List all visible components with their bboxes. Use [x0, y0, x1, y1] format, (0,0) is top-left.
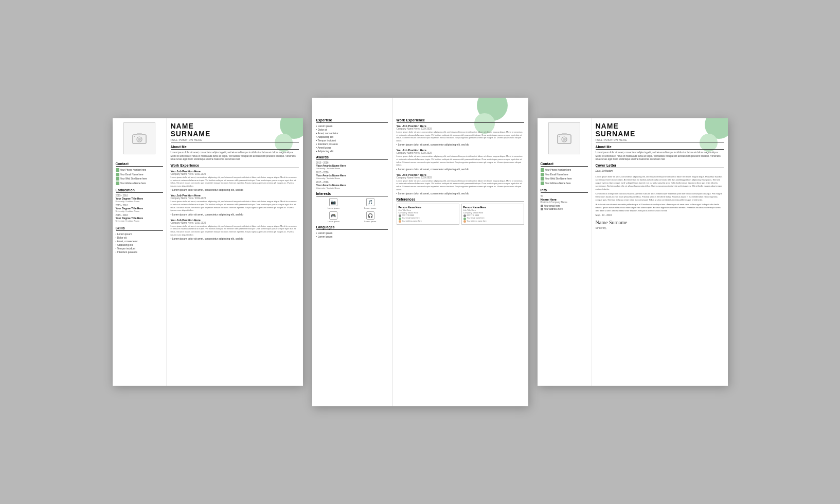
- expertise-title: Expertise: [316, 118, 388, 123]
- info-email: Your email here: [544, 205, 560, 207]
- first-name: NAME: [171, 122, 299, 130]
- right-name-block: NAME SURNAME FULL POSITION HERE: [596, 122, 724, 142]
- awards-title: Awards: [316, 155, 388, 160]
- signature: Name Surname: [596, 220, 724, 225]
- skill-item: Dolor sit: [116, 236, 163, 239]
- interests-section: Interests 📷Lorem ipsum🎵Lorem ipsum🎮Lorem…: [316, 192, 388, 223]
- languages-section: Languages Lorem ipsumLorem ipsum: [316, 225, 388, 238]
- skills-section: Skills Lorem ipsumDolor sitAmet, consect…: [116, 226, 163, 254]
- work-title: Work Experience: [171, 164, 299, 168]
- mid-work-item: You Job Position HereCompany Name Here /…: [397, 149, 524, 170]
- cover-text1: Lorem ipsum dolor sit amet, consectetur …: [596, 175, 724, 191]
- work-section: Work Experience You Job Position HereCom…: [171, 164, 299, 240]
- about-section: About Me Lorem ipsum dolor sit amet, con…: [171, 145, 299, 161]
- right-main: NAME SURNAME FULL POSITION HERE About Me…: [592, 118, 728, 386]
- skill-item: Tempor incidunt: [116, 247, 163, 250]
- work-item: You Job Position HereCompany Name Here /…: [171, 194, 299, 215]
- contact-item: Your Web Site Name here: [116, 177, 163, 181]
- about-text: Lorem ipsum dolor sit amet, consectetur …: [171, 151, 299, 161]
- education-section: Eoducation 2015 - 2016Your Degree Title …: [116, 188, 163, 224]
- addr-icon: [541, 208, 543, 210]
- work-item: You Job Position HereCompany Name Here /…: [171, 170, 299, 191]
- expertise-item: Amet luctus: [316, 146, 388, 149]
- expertise-item: Dolor sit: [316, 128, 388, 131]
- name-block: NAME SURNAME FULL POSITION HERE: [171, 122, 299, 142]
- work-item: You Job Position HereCompany Name Here /…: [171, 219, 299, 240]
- awards-section: Awards 2015 - 2016Your Awards Name HereU…: [316, 155, 388, 189]
- page-left: Contact Your Phone Number hereYour Email…: [113, 118, 303, 386]
- canvas: Contact Your Phone Number hereYour Email…: [0, 0, 840, 504]
- cover-text3: At tellus at uma dementum mattis pellent…: [596, 203, 724, 212]
- contact-icon: [116, 182, 119, 185]
- interest-item: 🎵Lorem ipsum: [353, 198, 388, 209]
- info-addr: Your address here: [544, 208, 563, 210]
- award-item: 2015 - 2016Your Awards Name HereUniversi…: [316, 171, 388, 179]
- right-contact-icon: [541, 182, 544, 185]
- contact-section: Contact Your Phone Number hereYour Email…: [116, 162, 163, 186]
- expertise-item: Lorem ipsum: [316, 124, 388, 128]
- position: FULL POSITION HERE: [171, 138, 299, 142]
- right-contact-title: Contact: [541, 162, 588, 167]
- svg-point-2: [138, 138, 141, 141]
- mid-right-col: Work Experience You Job Position HereCom…: [392, 98, 528, 406]
- language-item: Lorem ipsum: [316, 231, 388, 235]
- award-item: 2015 - 2016Your Awards Name HereUniversi…: [316, 161, 388, 170]
- contact-item: Your Address Name here: [116, 182, 163, 185]
- skill-item: Amet, consectetur: [116, 240, 163, 243]
- right-contact-item: Your Web Site Name here: [541, 177, 588, 181]
- expertise-item: Adipiscing elit: [316, 150, 388, 153]
- references-section: References Person Name HereJob Title Her…: [397, 197, 524, 225]
- right-contact-item: Your Email Name here: [541, 173, 588, 176]
- cover-letter-section: Cover Letter Dear, Sir/Madam Lorem ipsum…: [596, 164, 724, 229]
- language-item: Lorem ipsum: [316, 235, 388, 238]
- surname: SURNAME: [171, 130, 299, 138]
- expertise-item: Adipiscing elit: [316, 135, 388, 138]
- expertise-item: Interdum posuere: [316, 142, 388, 146]
- ref-card: Person Name HereJob Title HereCompany Na…: [397, 204, 459, 225]
- info-section: Info To Name Here Position / Company Nam…: [541, 188, 588, 212]
- contact-item: Your Phone Number here: [116, 168, 163, 172]
- cover-text2: Commodo ut at imperdiet dui accumsan sit…: [596, 192, 724, 202]
- right-about-title: About Me: [596, 145, 724, 150]
- about-title: About Me: [171, 145, 299, 150]
- right-contact-item: Your Phone Number here: [541, 168, 588, 172]
- interest-item: 🎧Lorem ipsum: [353, 211, 388, 223]
- ref-card: Person Name HereJob Title HereCompany Na…: [461, 204, 524, 225]
- email-icon: [541, 205, 543, 207]
- interest-item: 📷Lorem ipsum: [316, 198, 351, 209]
- svg-point-9: [559, 136, 560, 137]
- mid-work-title: Work Experience: [397, 118, 524, 123]
- right-position: FULL POSITION HERE: [596, 138, 724, 142]
- right-first-name: NAME: [596, 122, 724, 130]
- contact-icon: [116, 168, 119, 172]
- skill-item: Lorem ipsum: [116, 232, 163, 236]
- date: May - 23 - 2033: [596, 214, 724, 217]
- mid-work-item: You Job Position HereCompany Name Here /…: [397, 173, 524, 195]
- award-item: 2015 - 2016Your Awards Name HereUniversi…: [316, 181, 388, 189]
- right-about-text: Lorem ipsum dolor sit amet, consectetur …: [596, 151, 724, 161]
- skill-item: Interdum posuere: [116, 250, 163, 254]
- skill-item: Adipiscing elit: [116, 243, 163, 246]
- interest-item: 🎮Lorem ipsum: [316, 211, 351, 223]
- left-sidebar: Contact Your Phone Number hereYour Email…: [113, 118, 167, 386]
- right-sidebar: Contact Your Phone Number hereYour Email…: [538, 118, 592, 386]
- photo-placeholder: [123, 122, 155, 154]
- sincerely: Sincerely,: [596, 226, 724, 229]
- svg-rect-3: [137, 133, 142, 135]
- edu-item: 2015 - 2016Your Degree Title HereUnivers…: [116, 214, 163, 222]
- info-to: To: [541, 194, 588, 197]
- info-pos: Position / Company Name: [541, 201, 588, 204]
- expertise-item: Tempor incidunt: [316, 139, 388, 142]
- cover-title: Cover Letter: [596, 164, 724, 168]
- right-photo-placeholder: [548, 122, 580, 154]
- right-contact-section: Contact Your Phone Number hereYour Email…: [541, 162, 588, 186]
- contact-icon: [116, 177, 119, 181]
- skills-title: Skills: [116, 226, 163, 231]
- page-right: Contact Your Phone Number hereYour Email…: [538, 118, 728, 386]
- mid-left-col: Expertise Lorem ipsumDolor sitAmet, cons…: [312, 98, 392, 406]
- contact-title: Contact: [116, 162, 163, 167]
- left-main: NAME SURNAME FULL POSITION HERE About Me…: [167, 118, 303, 386]
- right-contact-icon: [541, 168, 544, 172]
- contact-icon: [116, 173, 119, 176]
- references-title: References: [397, 197, 524, 202]
